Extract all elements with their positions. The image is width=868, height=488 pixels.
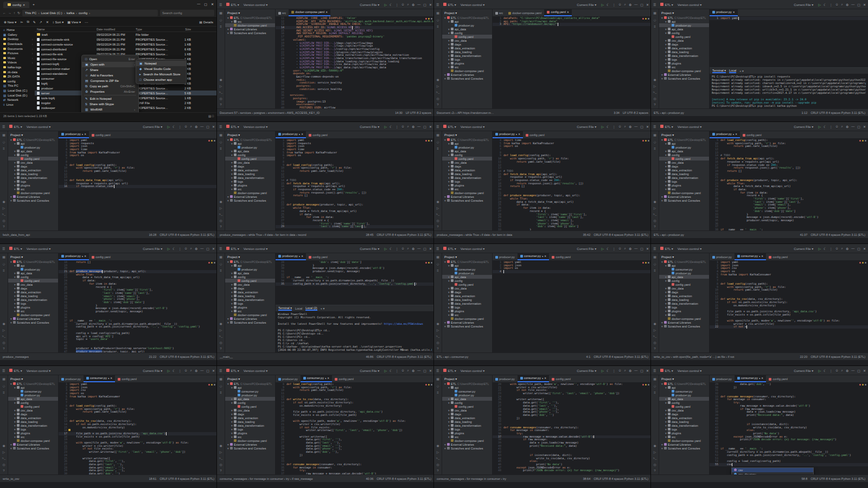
search-icon[interactable]: ⌕ [624, 3, 626, 7]
tree-item-data_loading[interactable]: ▾data_loading [659, 172, 709, 176]
tree-item-api_data[interactable]: ▾api_data [659, 275, 709, 279]
debug-icon[interactable]: ☾ [390, 369, 392, 373]
tree-item-external-libraries[interactable]: ▾External Libraries [442, 320, 492, 324]
main-menu-icon[interactable]: ☰ [651, 125, 658, 129]
tree-item-logs[interactable]: ▾logs [8, 179, 58, 183]
close-icon[interactable]: ✕ [646, 247, 649, 251]
menu-item-properties[interactable]: ⚙PropertiesAlt+Enter [82, 89, 138, 94]
tree-item-logs[interactable]: ▾logs [8, 427, 58, 431]
debug-icon[interactable]: ☾ [173, 369, 175, 373]
activity-problems-icon[interactable]: ◎ [653, 341, 656, 344]
tree-item-data_transformation[interactable]: ▾data_transformation [8, 176, 58, 179]
refresh-icon[interactable]: ↻ [17, 11, 20, 15]
toolbar-item-5[interactable]: ✕ [46, 20, 49, 24]
tree-item-csv_data[interactable]: ▾csv_data [8, 282, 58, 286]
tree-item-scratches-and-consoles[interactable]: ▾Scratches and Consoles [8, 198, 58, 202]
vcs-widget[interactable]: Version control ▾ [675, 3, 704, 7]
tree-item-config[interactable]: ▾config [442, 401, 492, 404]
tree-item-data_loading[interactable]: ▾data_loading [659, 50, 709, 54]
project-panel-header[interactable]: Project ▾ [442, 375, 492, 382]
activity-project-icon[interactable]: ▦ [219, 11, 222, 15]
caret-position[interactable]: 3:34 [614, 111, 620, 114]
tree-item-logs[interactable]: ▾logs [225, 179, 275, 183]
run-icon[interactable]: ▷ [601, 3, 604, 7]
tree-item-config-yaml[interactable]: config.yaml [442, 35, 492, 38]
project-widget[interactable]: ETL ▾ [441, 125, 458, 129]
close-tab-icon[interactable]: ✕ [110, 377, 112, 380]
menu-item-winrar[interactable]: ▥WinRAR› [82, 107, 138, 112]
maximize-icon[interactable]: ▢ [640, 247, 643, 251]
tab-config-yaml[interactable]: config.yaml [89, 254, 113, 260]
tree-item-plugins[interactable]: ▾plugins [225, 183, 275, 187]
close-icon[interactable]: ✕ [646, 3, 649, 7]
activity-run-widget-icon[interactable]: ◉ [436, 322, 439, 325]
activity-commit-icon[interactable]: ◇ [654, 140, 656, 144]
tree-item-config[interactable]: ▾config [442, 153, 492, 157]
tab-producer-py[interactable]: producer.py●✕ [276, 131, 306, 138]
settings-icon[interactable]: ⚙ [195, 247, 197, 251]
tree-item-plugins[interactable]: ▾plugins [442, 309, 492, 313]
minimize-icon[interactable]: — [634, 247, 637, 250]
activity-commit-icon[interactable]: ◇ [3, 384, 5, 388]
tree-item-docker-compose-yaml[interactable]: docker-compose.yaml [225, 23, 275, 27]
maximize-icon[interactable]: ▢ [640, 3, 643, 7]
activity-help-icon[interactable]: ? [654, 225, 655, 228]
tree-item-data_loading[interactable]: ▾data_loading [659, 420, 709, 423]
activity-terminal-icon[interactable]: >_ [2, 335, 6, 338]
tree-item-docker-compose-yaml[interactable]: docker-compose.yaml [659, 69, 709, 73]
activity-structure-icon[interactable]: ≡ [220, 391, 222, 394]
tree-item-scratches-and-consoles[interactable]: ▾Scratches and Consoles [225, 31, 275, 35]
activity-structure-icon[interactable]: ≡ [654, 25, 656, 28]
activity-help-icon[interactable]: ? [654, 347, 655, 350]
menu-item-share[interactable]: ↗Share [82, 67, 138, 73]
close-icon[interactable]: ✕ [429, 125, 432, 129]
tree-item-src[interactable]: ▾src [442, 435, 492, 439]
tree-item-docker-compose-yaml[interactable]: docker-compose.yaml [8, 191, 58, 195]
activity-services-icon[interactable]: ▷ [3, 450, 5, 454]
tree-item-api[interactable]: ▾api [8, 264, 58, 267]
tree-item-csv_data[interactable]: ▾csv_data [8, 408, 58, 412]
activity-problems-icon[interactable]: ◎ [219, 463, 222, 466]
tree-item-csv_data[interactable]: ▾csv_data [659, 286, 709, 290]
activity-run-widget-icon[interactable]: ◉ [2, 444, 5, 447]
activity-help-icon[interactable]: ? [220, 347, 221, 350]
tree-item-docker-compose-yaml[interactable]: docker-compose.yaml [225, 439, 275, 442]
tree-item-dags[interactable]: ▾dags [442, 290, 492, 294]
tree-item-config-yaml[interactable]: config.yaml [8, 279, 58, 282]
tab-producer-py[interactable]: producer.py [276, 376, 301, 382]
more-actions-icon[interactable]: ⋮ [612, 247, 615, 251]
activity-terminal-icon[interactable]: >_ [219, 335, 223, 338]
search-icon[interactable]: ⌕ [407, 125, 409, 129]
activity-structure-icon[interactable]: ≡ [220, 25, 222, 28]
activity-terminal-icon[interactable]: >_ [2, 213, 6, 216]
run-icon[interactable]: ▷ [818, 369, 821, 373]
tab-producer-py[interactable]: producer.py●✕ [710, 131, 740, 138]
tree-item-docker-compose-yaml[interactable]: docker-compose.yaml [225, 191, 275, 195]
sidebar-item-documents[interactable]: Documents↓ [0, 46, 35, 51]
close-tab-icon[interactable]: ✕ [84, 133, 86, 136]
tree-item-api[interactable]: ▾api [442, 142, 492, 145]
project-widget[interactable]: ETL ▾ [441, 3, 458, 7]
activity-help-icon[interactable]: ? [437, 469, 438, 472]
maximize-icon[interactable]: ▢ [857, 3, 860, 7]
sidebar-item-home[interactable]: ⌂Home [0, 28, 35, 33]
more-actions-icon[interactable]: ⋮ [829, 3, 832, 7]
activity-help-icon[interactable]: ? [654, 469, 655, 472]
close-tab-icon[interactable]: ✕ [326, 11, 328, 14]
tab-config-yaml[interactable]: config.yaml [89, 132, 113, 138]
close-icon[interactable]: ✕ [863, 369, 866, 373]
tree-item-external-libraries[interactable]: ▾External Libraries [659, 442, 709, 446]
more-actions-icon[interactable]: ⋮ [395, 125, 398, 129]
tree-item-api[interactable]: ▾api [225, 386, 275, 389]
editor-area[interactable]: 20 with open(file_path, mode='a', newlin… [493, 383, 651, 474]
tree-item-dags[interactable]: ▾dags [225, 164, 275, 168]
activity-structure-icon[interactable]: ≡ [437, 269, 439, 272]
settings-icon[interactable]: ⚙ [846, 3, 848, 7]
editor-area[interactable]: 1dataPath: "C:\Users\PC\Downloads\api_co… [493, 17, 651, 108]
menu-item-add-to-favorites[interactable]: ☆Add to Favorites [82, 73, 138, 78]
settings-icon[interactable]: ⚙ [195, 125, 197, 129]
tree-item-csv_data[interactable]: ▾csv_data [225, 408, 275, 412]
forward-icon[interactable]: → [8, 11, 11, 15]
main-menu-icon[interactable]: ☰ [217, 125, 224, 129]
minimize-icon[interactable]: — [634, 369, 637, 372]
